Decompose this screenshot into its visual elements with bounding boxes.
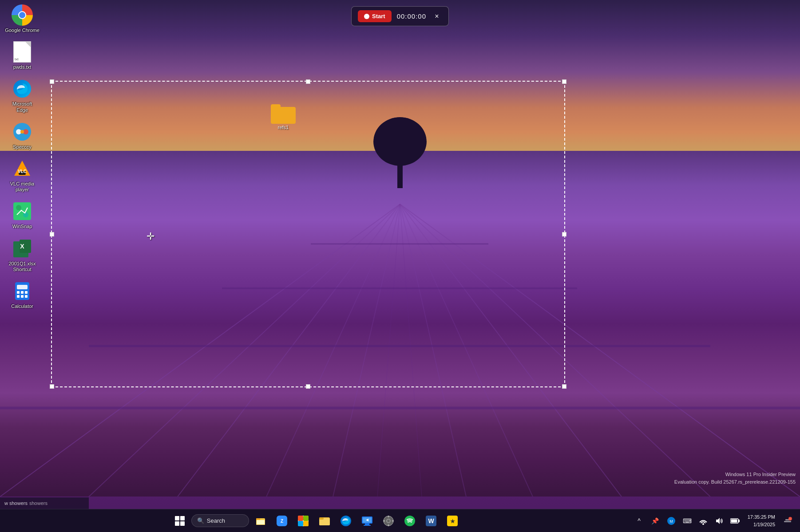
svg-rect-41: [256, 518, 260, 520]
weather-text: w showers: [4, 500, 28, 506]
svg-rect-38: [25, 295, 28, 298]
taskbar-center: 🔍 Search Z: [0, 511, 632, 531]
svg-line-6: [400, 204, 422, 497]
winsnap-icon: [12, 201, 33, 222]
desktop-icons: Google Chrome txt pwds.txt: [4, 4, 44, 317]
svg-rect-34: [21, 291, 24, 294]
calculator-icon-item[interactable]: Calculator: [4, 280, 40, 309]
search-bar[interactable]: 🔍 Search: [191, 514, 249, 527]
calculator-icon: [12, 280, 33, 302]
svg-text:Z: Z: [281, 519, 283, 524]
tray-expand-button[interactable]: ^: [632, 514, 646, 528]
files-icon: [319, 515, 330, 527]
svg-rect-49: [303, 521, 309, 526]
watermark-line2: Evaluation copy. Build 25267.rs_prerelea…: [674, 478, 796, 486]
svg-line-8: [400, 204, 533, 497]
svg-line-1: [89, 204, 400, 497]
svg-text:M: M: [669, 519, 673, 524]
clock-date: 1/19/2025: [748, 521, 775, 528]
chrome-icon-item[interactable]: Google Chrome: [4, 4, 40, 33]
notification-button[interactable]: !: [780, 514, 795, 528]
tray-app-icon[interactable]: M: [664, 514, 678, 528]
file-icon: txt: [12, 41, 33, 63]
chrome-label: Google Chrome: [5, 28, 40, 33]
speccy-icon-item[interactable]: Specccy: [4, 121, 40, 150]
tree-canopy: [373, 117, 427, 166]
svg-rect-46: [298, 516, 303, 521]
speccy-label: Specccy: [13, 144, 32, 150]
vlc-icon-item[interactable]: VLC VLC mediaplayer: [4, 158, 40, 193]
svg-rect-33: [17, 291, 20, 294]
close-toolbar-button[interactable]: ×: [432, 11, 442, 22]
network-button[interactable]: [696, 514, 710, 528]
zoom-button[interactable]: Z: [272, 511, 292, 531]
svg-text:VLC: VLC: [18, 169, 27, 174]
svg-text:W: W: [428, 517, 434, 524]
battery-button[interactable]: [728, 514, 742, 528]
start-label: Start: [372, 13, 385, 20]
file-explorer-button[interactable]: [251, 511, 270, 531]
excel-icon-item[interactable]: X 2001Q1.xlsxShortcut: [4, 238, 40, 272]
start-button[interactable]: [170, 511, 190, 531]
spotify-button[interactable]: [400, 511, 420, 531]
timer-display: 00:00:00: [397, 12, 426, 20]
start-record-button[interactable]: Start: [358, 10, 392, 22]
svg-point-26: [16, 205, 21, 210]
svg-rect-52: [319, 517, 324, 520]
svg-rect-62: [388, 524, 389, 526]
svg-rect-77: [784, 521, 791, 522]
vlc-label: VLC mediaplayer: [10, 181, 34, 193]
weather-extra: showers: [29, 500, 48, 506]
svg-rect-75: [738, 520, 740, 522]
edge-taskbar-button[interactable]: [336, 511, 356, 531]
unknown-app-button[interactable]: ★: [443, 511, 462, 531]
watermark: Windows 11 Pro Insider Preview Evaluatio…: [674, 471, 796, 485]
winsnap-icon-item[interactable]: WinSnap: [4, 201, 40, 229]
svg-rect-55: [365, 524, 369, 525]
taskbar-right: ^ 📌 M ⌨: [632, 512, 800, 530]
edge-icon-item[interactable]: MicrosoftEdge: [4, 78, 40, 113]
svg-rect-56: [364, 525, 371, 526]
excel-label: 2001Q1.xlsxShortcut: [8, 261, 36, 272]
folder-icon: [271, 104, 296, 124]
clock-button[interactable]: 17:35:25 PM 1/19/2025: [744, 512, 779, 530]
chrome-icon: [12, 4, 33, 26]
word-button[interactable]: W: [421, 511, 441, 531]
remote-desktop-button[interactable]: [357, 511, 377, 531]
weather-strip: w showers showers: [0, 497, 89, 509]
edge-icon: [12, 78, 33, 99]
svg-rect-63: [383, 520, 385, 521]
pin-icon: 📌: [651, 517, 659, 524]
svg-point-60: [387, 520, 390, 522]
edge-label: MicrosoftEdge: [12, 101, 32, 113]
svg-point-20: [20, 130, 24, 134]
folder-item[interactable]: refs1: [271, 104, 296, 130]
store-icon: [297, 515, 309, 527]
search-label: Search: [207, 517, 225, 524]
recording-toolbar: Start 00:00:00 ×: [351, 6, 449, 26]
battery-icon: [730, 518, 740, 524]
store-button[interactable]: [293, 511, 313, 531]
keyboard-icon-button[interactable]: ⌨: [680, 514, 694, 528]
zoom-icon: Z: [276, 515, 288, 527]
settings-icon: [383, 515, 394, 527]
pwds-label: pwds.txt: [13, 64, 31, 70]
spotify-icon: [404, 515, 416, 527]
edge-taskbar-icon: [340, 515, 352, 527]
svg-point-27: [23, 212, 28, 217]
chevron-icon: ^: [638, 517, 641, 524]
svg-text:★: ★: [450, 518, 455, 524]
svg-rect-37: [21, 295, 24, 298]
svg-rect-61: [388, 516, 389, 517]
svg-rect-42: [257, 520, 265, 524]
tray-pin-icon[interactable]: 📌: [648, 514, 662, 528]
settings-button[interactable]: [379, 511, 398, 531]
files-button[interactable]: [315, 511, 334, 531]
volume-button[interactable]: [712, 514, 726, 528]
svg-point-72: [702, 523, 704, 525]
svg-line-0: [0, 204, 400, 497]
pwds-icon-item[interactable]: txt pwds.txt: [4, 41, 40, 70]
svg-marker-73: [716, 518, 720, 524]
record-dot: [364, 14, 369, 19]
svg-rect-48: [298, 521, 303, 526]
